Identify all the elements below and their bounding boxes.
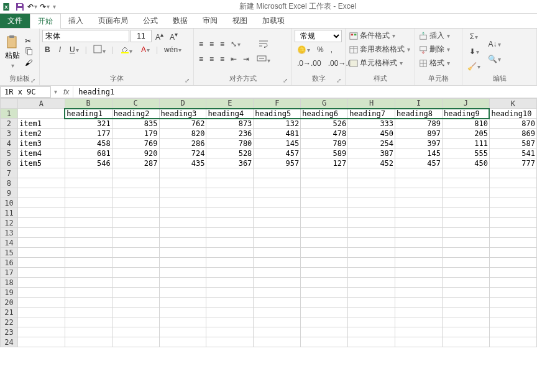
row-header[interactable]: 19 <box>1 288 18 298</box>
cell[interactable] <box>206 337 254 347</box>
cell[interactable] <box>65 258 112 268</box>
comma-format-icon[interactable]: , <box>328 43 335 56</box>
cell[interactable] <box>442 278 489 288</box>
cell[interactable]: heading1 <box>65 109 112 119</box>
align-middle-icon[interactable]: ≡ <box>207 38 216 50</box>
cell[interactable]: 205 <box>442 129 489 139</box>
cell[interactable] <box>301 268 348 278</box>
cell[interactable]: 724 <box>159 148 206 158</box>
cell[interactable] <box>17 288 65 298</box>
cell[interactable] <box>65 198 112 208</box>
row-header[interactable]: 8 <box>1 178 18 188</box>
cell[interactable] <box>206 218 254 228</box>
column-header[interactable]: D <box>159 99 206 109</box>
cell[interactable]: 179 <box>112 129 159 139</box>
cell[interactable] <box>489 288 536 298</box>
cell[interactable] <box>395 218 443 228</box>
name-box-dropdown-icon[interactable]: ▾ <box>52 88 60 95</box>
cell[interactable] <box>301 228 348 238</box>
cell[interactable]: 145 <box>395 148 443 158</box>
cell[interactable] <box>301 298 348 308</box>
cell[interactable] <box>442 317 489 327</box>
italic-button[interactable]: I <box>57 43 63 56</box>
cell[interactable] <box>489 298 536 308</box>
cell[interactable] <box>206 298 254 308</box>
cell[interactable] <box>301 278 348 288</box>
cell[interactable]: 132 <box>254 119 301 129</box>
cell[interactable] <box>489 208 536 218</box>
cell[interactable] <box>489 168 536 178</box>
accounting-format-icon[interactable]: 🪙▾ <box>295 43 313 56</box>
align-left-icon[interactable]: ≡ <box>196 53 206 65</box>
cell[interactable] <box>348 308 395 317</box>
increase-font-icon[interactable]: A▴ <box>153 30 166 42</box>
cell[interactable]: item5 <box>17 158 65 168</box>
cell[interactable] <box>159 288 206 298</box>
cell[interactable]: 869 <box>489 129 536 139</box>
cell[interactable] <box>65 298 112 308</box>
row-header[interactable]: 11 <box>1 208 18 218</box>
copy-icon[interactable] <box>25 47 34 57</box>
cell[interactable] <box>348 198 395 208</box>
cell[interactable] <box>206 327 254 337</box>
cell[interactable] <box>348 168 395 178</box>
cut-icon[interactable]: ✂ <box>25 37 34 45</box>
cell[interactable]: 870 <box>489 119 536 129</box>
clear-button[interactable]: 🧹▾ <box>465 60 483 73</box>
name-box[interactable]: 1R x 9C <box>0 86 51 98</box>
cell[interactable] <box>301 198 348 208</box>
cell[interactable] <box>254 278 301 288</box>
cell[interactable]: 458 <box>65 139 112 148</box>
cell[interactable]: 236 <box>206 129 254 139</box>
cell[interactable] <box>159 238 206 248</box>
insert-cells-button[interactable]: 插入▾ <box>418 30 459 42</box>
cell[interactable] <box>301 178 348 188</box>
cell[interactable] <box>65 288 112 298</box>
cell[interactable] <box>159 268 206 278</box>
cell[interactable] <box>301 168 348 178</box>
format-painter-icon[interactable]: 🖌 <box>25 58 34 67</box>
cell[interactable] <box>206 258 254 268</box>
cell[interactable] <box>254 317 301 327</box>
column-header[interactable]: E <box>206 99 254 109</box>
cell[interactable] <box>17 337 65 347</box>
cell[interactable]: 367 <box>206 158 254 168</box>
cell[interactable]: 589 <box>301 148 348 158</box>
cell[interactable]: 780 <box>206 139 254 148</box>
cell[interactable] <box>489 337 536 347</box>
cell[interactable] <box>489 327 536 337</box>
cell[interactable] <box>17 228 65 238</box>
cell[interactable] <box>254 268 301 278</box>
cell[interactable] <box>112 198 159 208</box>
cell[interactable]: 681 <box>65 148 112 158</box>
cell[interactable] <box>395 228 443 238</box>
tab-home[interactable]: 开始 <box>30 14 61 29</box>
cell[interactable] <box>159 248 206 258</box>
cell[interactable] <box>442 258 489 268</box>
cell[interactable] <box>17 168 65 178</box>
cell[interactable]: 528 <box>206 148 254 158</box>
cell[interactable]: 546 <box>65 158 112 168</box>
cell[interactable]: item2 <box>17 129 65 139</box>
cell[interactable] <box>65 218 112 228</box>
cell[interactable] <box>159 198 206 208</box>
cell[interactable] <box>17 248 65 258</box>
tab-review[interactable]: 审阅 <box>195 14 225 28</box>
qat-dropdown-icon[interactable]: ▾ <box>53 3 56 10</box>
cell[interactable] <box>17 188 65 198</box>
cell[interactable] <box>395 317 443 327</box>
autosum-button[interactable]: Σ▾ <box>465 30 483 43</box>
clipboard-launcher-icon[interactable]: ⤢ <box>30 77 35 84</box>
underline-button[interactable]: U▾ <box>67 43 81 56</box>
cell[interactable] <box>254 288 301 298</box>
cell[interactable] <box>112 317 159 327</box>
cell[interactable] <box>17 258 65 268</box>
cell[interactable]: 452 <box>348 158 395 168</box>
cell[interactable] <box>112 208 159 218</box>
delete-cells-button[interactable]: 删除▾ <box>418 43 459 55</box>
decrease-font-icon[interactable]: A▾ <box>167 30 180 42</box>
cell[interactable] <box>254 238 301 248</box>
cell[interactable] <box>301 308 348 317</box>
cell[interactable] <box>65 208 112 218</box>
number-format-select[interactable]: 常规 <box>295 30 342 42</box>
